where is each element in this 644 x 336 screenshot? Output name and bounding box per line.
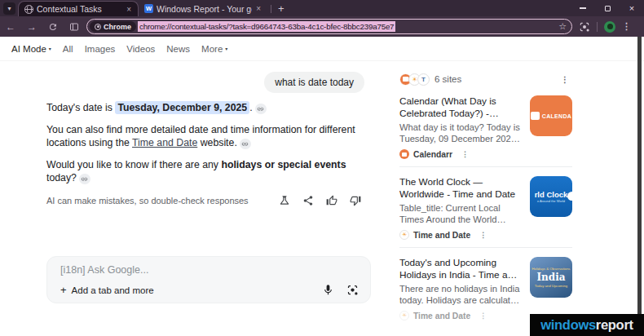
tab-contextual-tasks[interactable]: Contextual Tasks × xyxy=(18,1,139,16)
logo-text: report xyxy=(596,317,633,333)
sources-header[interactable]: ☀ T 6 sites ⋮ xyxy=(399,72,572,86)
card-thumbnail-india[interactable]: Holidays & Observations India Today and … xyxy=(530,257,572,298)
citation-link-icon[interactable] xyxy=(79,174,90,184)
ask-input[interactable] xyxy=(60,264,359,276)
minimize-button[interactable] xyxy=(571,0,595,16)
url-text[interactable]: chrome://contextual-tasks/?task=d9664743… xyxy=(138,21,395,32)
tab-images[interactable]: Images xyxy=(85,44,116,54)
card-menu-icon[interactable]: ⋮ xyxy=(461,150,469,158)
sources-menu-icon[interactable]: ⋮ xyxy=(561,75,572,84)
date-highlight: Tuesday, December 9, 2025 xyxy=(115,101,249,114)
card-title[interactable]: Calendar (What Day is Celebrated Today?)… xyxy=(399,95,522,119)
tab-divider xyxy=(271,5,271,13)
page-scrollbar[interactable] xyxy=(637,37,642,336)
thumbnail-top-label: Holidays & Observations xyxy=(532,267,570,271)
answer-footer: AI can make mistakes, so double-check re… xyxy=(46,195,371,206)
logo-text: windows xyxy=(540,317,596,333)
tab-ai-mode[interactable]: AI Mode▾ xyxy=(11,44,51,54)
back-button[interactable]: ← xyxy=(0,22,21,32)
thumbnail-label: rld Clock xyxy=(535,190,568,199)
close-tab-icon[interactable]: × xyxy=(255,4,262,13)
close-icon: × xyxy=(629,3,634,13)
card-menu-icon[interactable]: ⋮ xyxy=(479,312,487,320)
bold-text: holidays or special events xyxy=(221,159,346,170)
thumbnail-label: India xyxy=(536,272,565,283)
timeanddate-favicon-icon: ☀ xyxy=(399,311,409,321)
tab-videos[interactable]: Videos xyxy=(126,44,155,54)
card-source-row: Calendarr ⋮ xyxy=(399,149,522,159)
card-thumbnail-world-clock[interactable]: rld Clock e Around the World xyxy=(530,176,572,217)
globe-favicon-icon xyxy=(24,5,33,14)
add-tab-label: Add a tab and more xyxy=(72,285,154,295)
ai-conversation: what is date today Today's date is Tuesd… xyxy=(46,72,371,206)
citation-link-icon[interactable] xyxy=(255,104,267,114)
windows-report-favicon-icon: W xyxy=(144,4,153,13)
tab-search-button[interactable]: ▾ xyxy=(3,2,15,15)
tab-more[interactable]: More▾ xyxy=(201,44,227,54)
calendarr-favicon-icon xyxy=(399,149,409,159)
source-card-world-clock[interactable]: The World Clock — Worldwide - Time and D… xyxy=(399,166,572,247)
thumbnail-subtitle: e Around the World xyxy=(537,199,565,203)
card-menu-icon[interactable]: ⋮ xyxy=(479,231,487,239)
profile-avatar[interactable] xyxy=(604,21,615,33)
reload-button[interactable] xyxy=(42,22,64,32)
time-and-date-link[interactable]: Time and Date xyxy=(132,137,197,148)
answer-actions xyxy=(279,195,371,206)
composer-icons xyxy=(322,284,359,296)
card-title[interactable]: Today's and Upcoming Holidays in India -… xyxy=(399,257,522,281)
close-tab-icon[interactable]: × xyxy=(126,5,132,14)
window-controls: × xyxy=(571,0,644,16)
plus-icon: + xyxy=(60,284,67,296)
answer-text: website. xyxy=(197,137,237,148)
tab-title: Contextual Tasks xyxy=(37,4,122,14)
microphone-icon[interactable] xyxy=(322,284,334,296)
card-thumbnail-calendarr[interactable]: CALENDA xyxy=(530,95,572,136)
timeanddate-favicon-icon: ☀ xyxy=(399,230,409,240)
card-snippet: Table_title: Current Local Times Around … xyxy=(399,203,522,225)
source-name: Calendarr xyxy=(413,150,452,159)
answer-text: . xyxy=(249,102,252,113)
card-text: The World Clock — Worldwide - Time and D… xyxy=(399,176,530,240)
source-card-calendarr[interactable]: Calendar (What Day is Celebrated Today?)… xyxy=(399,86,572,166)
bookmark-star-icon[interactable]: ☆ xyxy=(558,21,567,32)
citation-link-icon[interactable] xyxy=(240,139,251,149)
close-window-button[interactable]: × xyxy=(620,0,644,16)
lens-capture-icon[interactable] xyxy=(579,21,590,33)
reload-icon xyxy=(48,22,58,32)
tab-title: Windows Report - Your go-to s xyxy=(157,4,252,14)
thumb-up-icon[interactable] xyxy=(326,195,337,206)
thumb-down-icon[interactable] xyxy=(350,195,361,206)
t-favicon-icon: T xyxy=(417,73,430,86)
share-icon[interactable] xyxy=(302,195,314,206)
side-panel-button[interactable] xyxy=(64,22,85,32)
add-tab-button[interactable]: + Add a tab and more xyxy=(60,284,154,296)
windows-report-logo: windowsreport xyxy=(530,314,644,336)
card-title[interactable]: The World Clock — Worldwide - Time and D… xyxy=(399,176,522,200)
answer-paragraph-followup: Would you like to know if there are any … xyxy=(46,158,371,184)
answer-paragraph-timeanddate: You can also find more detailed date and… xyxy=(46,123,371,149)
new-tab-button[interactable]: + xyxy=(275,2,288,15)
tab-windows-report[interactable]: W Windows Report - Your go-to s × xyxy=(139,1,267,16)
composer-toolbar: + Add a tab and more xyxy=(60,284,359,296)
chrome-chip: Chrome xyxy=(90,21,136,32)
chevron-down-icon: ▾ xyxy=(225,46,227,51)
card-text: Calendar (What Day is Celebrated Today?)… xyxy=(399,95,530,159)
answer-text: Today's date is xyxy=(46,102,115,113)
tab-all[interactable]: All xyxy=(63,44,73,54)
tab-news[interactable]: News xyxy=(166,44,190,54)
browser-toolbar: ← → Chrome chrome://contextual-tasks/?ta… xyxy=(0,16,644,37)
maximize-button[interactable] xyxy=(595,0,620,16)
chevron-down-icon: ▾ xyxy=(49,46,51,51)
forward-button[interactable]: → xyxy=(21,22,42,32)
browser-menu-icon[interactable]: ⋮ xyxy=(622,21,631,32)
thumbnail-notch xyxy=(567,192,572,201)
lens-camera-icon[interactable] xyxy=(346,284,359,296)
source-name: Time and Date xyxy=(413,312,470,321)
labs-flask-icon[interactable] xyxy=(279,195,290,206)
sites-count-label: 6 sites xyxy=(434,74,461,84)
search-filter-bar: AI Mode▾ All Images Videos News More▾ xyxy=(0,37,644,61)
user-query-bubble: what is date today xyxy=(264,72,364,93)
address-bar[interactable]: Chrome chrome://contextual-tasks/?task=d… xyxy=(86,19,572,34)
maximize-icon xyxy=(605,6,611,11)
ask-google-composer[interactable]: + Add a tab and more xyxy=(46,256,371,303)
